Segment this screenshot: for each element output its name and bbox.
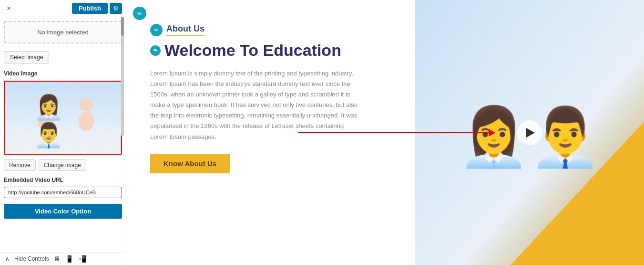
preview-image	[5, 82, 121, 154]
embedded-label: Embedded Video URL	[0, 174, 126, 185]
tablet-icon: 📱	[65, 255, 73, 263]
about-us-badge: ✏ About Us	[150, 24, 396, 36]
pencil-icon-heading: ✏	[153, 48, 157, 53]
chevron-down-icon: ∧	[5, 255, 10, 263]
know-about-button[interactable]: Know About Us	[150, 154, 230, 173]
arrow-line	[298, 132, 489, 133]
panel-body: No image selected Select image Video Ima…	[0, 17, 126, 265]
select-image-button[interactable]: Select image	[4, 51, 49, 64]
people-graphic	[5, 82, 121, 154]
scroll-thumb	[121, 17, 124, 36]
hide-controls-label[interactable]: Hide Controls	[14, 255, 49, 262]
video-color-button[interactable]: Video Color Option	[4, 204, 122, 219]
about-us-heading: About Us	[166, 24, 204, 36]
publish-button[interactable]: Publish	[72, 3, 108, 14]
text-section: ✏ About Us ✏ Welcome To Education Lorem …	[126, 0, 415, 265]
main-heading-area: ✏ Welcome To Education	[150, 41, 396, 60]
no-image-text: No image selected	[37, 29, 89, 36]
publish-area: Publish ⚙	[72, 3, 122, 14]
main-content: ✏ ✏ About Us ✏ Welcome To Education Lore…	[126, 0, 644, 265]
image-action-buttons: Remove Change image	[0, 157, 126, 174]
top-edit-icon[interactable]: ✏	[133, 7, 146, 20]
play-icon	[526, 128, 535, 138]
remove-button[interactable]: Remove	[4, 159, 36, 171]
pencil-icon-small: ✏	[154, 27, 159, 33]
no-image-box: No image selected	[4, 21, 122, 43]
close-button[interactable]: ×	[4, 3, 14, 14]
change-image-button[interactable]: Change image	[39, 159, 86, 171]
content-section: ✏ About Us ✏ Welcome To Education Lorem …	[126, 0, 644, 265]
url-input[interactable]	[4, 187, 122, 198]
main-heading-text: Welcome To Education	[164, 41, 341, 60]
arrow-head	[489, 129, 495, 137]
mobile-icon: 📲	[78, 255, 86, 263]
pencil-icon: ✏	[137, 10, 143, 17]
monitor-icon: 🖥	[54, 255, 61, 263]
top-bar: × Publish ⚙	[0, 0, 126, 17]
red-arrow	[298, 129, 495, 137]
gear-button[interactable]: ⚙	[110, 3, 122, 14]
about-us-edit-icon[interactable]: ✏	[150, 24, 163, 36]
play-button[interactable]	[517, 120, 542, 145]
video-image-label: Video Image	[0, 67, 126, 79]
video-image-preview	[4, 81, 122, 155]
scrollbar[interactable]	[121, 17, 124, 136]
left-panel: × Publish ⚙ No image selected Select ima…	[0, 0, 126, 265]
bottom-bar: ∧ Hide Controls 🖥 📱 📲	[0, 252, 126, 265]
heading-edit-icon[interactable]: ✏	[150, 45, 161, 56]
